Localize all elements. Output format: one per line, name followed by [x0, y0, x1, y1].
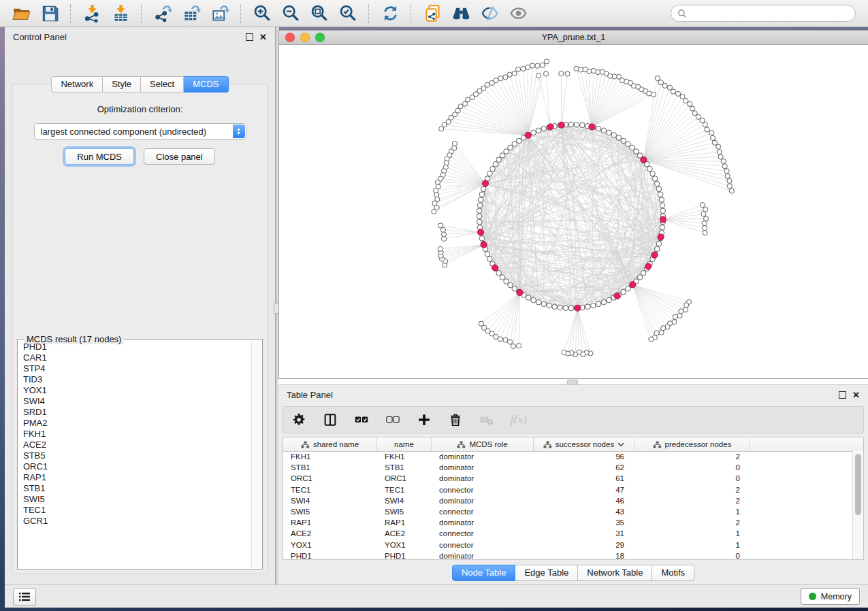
graph-node[interactable]: [621, 138, 626, 144]
graph-node[interactable]: [688, 101, 692, 106]
graph-node[interactable]: [568, 306, 574, 311]
graph-node[interactable]: [727, 184, 732, 188]
graph-mcds-node[interactable]: [652, 252, 658, 258]
graph-node[interactable]: [530, 63, 534, 68]
mcds-result-item[interactable]: RAP1: [23, 472, 251, 483]
graph-node[interactable]: [703, 122, 707, 127]
tab-style[interactable]: Style: [103, 76, 141, 93]
search-box[interactable]: [671, 5, 856, 22]
clone-network-icon[interactable]: [422, 3, 443, 24]
tab-network[interactable]: Network: [51, 76, 103, 93]
graph-node[interactable]: [477, 208, 482, 214]
graph-node[interactable]: [652, 176, 658, 182]
graph-node[interactable]: [544, 59, 549, 64]
graph-node[interactable]: [496, 270, 502, 276]
graph-node[interactable]: [611, 133, 617, 138]
deselect-all-icon[interactable]: [385, 412, 400, 427]
graph-node[interactable]: [508, 145, 513, 150]
graph-node[interactable]: [655, 76, 660, 80]
save-session-icon[interactable]: [39, 3, 60, 24]
graph-node[interactable]: [526, 295, 531, 301]
graph-node[interactable]: [465, 97, 470, 102]
run-mcds-button[interactable]: Run MCDS: [65, 148, 134, 165]
graph-node[interactable]: [517, 138, 522, 144]
graph-node[interactable]: [709, 130, 714, 135]
graph-node[interactable]: [543, 71, 548, 76]
graph-node[interactable]: [477, 203, 483, 208]
graph-node[interactable]: [725, 174, 730, 178]
graph-node[interactable]: [441, 232, 446, 237]
search-input[interactable]: [687, 8, 849, 19]
graph-node[interactable]: [729, 188, 734, 193]
refresh-icon[interactable]: [380, 3, 400, 24]
table-row[interactable]: SWI4SWI4dominator462: [283, 495, 853, 506]
tab-edge-table[interactable]: Edge Table: [515, 565, 578, 581]
graph-node[interactable]: [477, 219, 482, 225]
graph-node[interactable]: [541, 301, 547, 307]
optimization-criterion-select[interactable]: largest connected component (undirected)…: [34, 123, 246, 139]
graph-node[interactable]: [531, 297, 536, 303]
zoom-in-icon[interactable]: [252, 3, 272, 24]
maximize-window-icon[interactable]: [315, 33, 325, 42]
graph-mcds-node[interactable]: [614, 293, 620, 299]
column-header-shared-name[interactable]: shared name: [283, 437, 377, 451]
zoom-out-icon[interactable]: [280, 3, 301, 24]
graph-node[interactable]: [504, 149, 509, 154]
graph-node[interactable]: [659, 197, 664, 203]
graph-node[interactable]: [535, 63, 540, 68]
graph-node[interactable]: [647, 166, 653, 171]
network-canvas[interactable]: [279, 45, 868, 378]
graph-node[interactable]: [637, 275, 643, 280]
graphics-details-icon[interactable]: [479, 3, 500, 24]
table-row[interactable]: STB1STB1dominator620: [283, 462, 853, 473]
tab-motifs[interactable]: Motifs: [652, 565, 694, 581]
graph-node[interactable]: [616, 74, 621, 79]
graph-node[interactable]: [712, 140, 717, 145]
mcds-result-item[interactable]: PMA2: [23, 418, 251, 429]
table-row[interactable]: SWI5SWI5connector431: [283, 506, 853, 517]
graph-node[interactable]: [630, 145, 635, 150]
table-row[interactable]: TEC1TEC1connector472: [283, 484, 853, 495]
mcds-result-item[interactable]: GCR1: [23, 516, 251, 527]
close-window-icon[interactable]: [285, 33, 295, 42]
graph-node[interactable]: [536, 128, 541, 133]
graph-node[interactable]: [487, 171, 493, 176]
graph-node[interactable]: [470, 95, 475, 99]
graph-node[interactable]: [512, 142, 517, 147]
graph-node[interactable]: [710, 135, 715, 140]
mcds-result-item[interactable]: SRD1: [23, 407, 251, 418]
open-file-icon[interactable]: [11, 3, 31, 24]
graph-node[interactable]: [591, 68, 596, 73]
graph-node[interactable]: [565, 71, 570, 76]
graph-node[interactable]: [724, 169, 729, 174]
mcds-result-item[interactable]: TEC1: [23, 505, 251, 516]
graph-node[interactable]: [621, 289, 626, 295]
graph-node[interactable]: [452, 142, 457, 146]
add-row-icon[interactable]: [417, 412, 432, 427]
graph-node[interactable]: [477, 214, 482, 219]
graph-mcds-node[interactable]: [547, 124, 553, 130]
graph-mcds-node[interactable]: [589, 124, 595, 130]
graph-node[interactable]: [671, 89, 675, 94]
graph-node[interactable]: [684, 98, 688, 103]
float-window-icon[interactable]: [246, 33, 253, 41]
graph-node[interactable]: [596, 301, 601, 307]
export-network-icon[interactable]: [152, 3, 173, 24]
graph-node[interactable]: [574, 66, 579, 71]
graph-node[interactable]: [702, 221, 707, 226]
zoom-fit-icon[interactable]: [309, 3, 329, 24]
mcds-result-item[interactable]: ORC1: [23, 461, 251, 472]
select-all-icon[interactable]: [354, 412, 369, 427]
graph-node[interactable]: [701, 212, 706, 216]
close-panel-icon[interactable]: ✕: [259, 34, 267, 40]
graph-node[interactable]: [512, 71, 517, 76]
graph-node[interactable]: [493, 162, 498, 167]
graph-node[interactable]: [649, 337, 654, 342]
graph-node[interactable]: [536, 299, 541, 305]
graph-node[interactable]: [656, 241, 662, 246]
graph-node[interactable]: [500, 153, 505, 159]
graph-node[interactable]: [658, 80, 663, 85]
graph-node[interactable]: [496, 157, 502, 163]
graph-node[interactable]: [434, 188, 438, 193]
graph-node[interactable]: [677, 313, 682, 318]
